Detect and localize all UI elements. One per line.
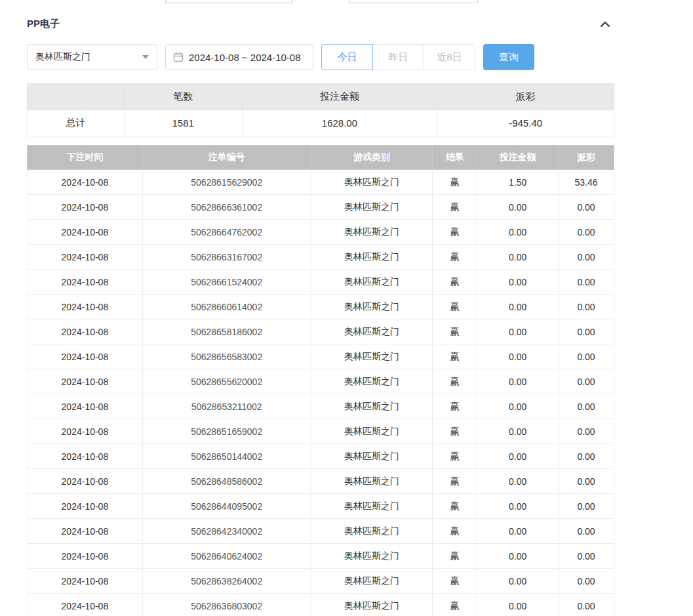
table-cell: 奥林匹斯之门 <box>311 270 433 295</box>
quick-button-yesterday[interactable]: 昨日 <box>372 44 424 70</box>
table-cell: 赢 <box>433 344 477 369</box>
table-cell: 50628653211002 <box>142 394 311 419</box>
table-cell: 奥林匹斯之门 <box>311 170 433 195</box>
table-cell: 0.00 <box>559 195 614 220</box>
table-cell: 0.00 <box>559 344 614 369</box>
table-cell: 奥林匹斯之门 <box>311 469 433 494</box>
chevron-down-icon <box>142 55 149 59</box>
table-row: 2024-10-0850628650144002奥林匹斯之门赢0.000.00 <box>28 444 614 469</box>
table-cell: 2024-10-08 <box>28 319 143 344</box>
table-cell: 0.00 <box>477 319 559 344</box>
table-cell: 奥林匹斯之门 <box>311 594 433 616</box>
table-cell: 奥林匹斯之门 <box>311 319 433 344</box>
summary-header-payout: 派彩 <box>437 84 614 110</box>
quick-button-today[interactable]: 今日 <box>321 44 373 70</box>
table-cell: 奥林匹斯之门 <box>311 295 433 319</box>
table-cell: 0.00 <box>477 444 559 469</box>
bet-table-body: 2024-10-0850628615629002奥林匹斯之门赢1.5053.46… <box>28 170 614 616</box>
section-title: PP电子 <box>27 18 60 30</box>
table-cell: 0.00 <box>477 220 559 245</box>
game-select[interactable]: 奥林匹斯之门 <box>27 44 157 70</box>
date-range-value: 2024-10-08 ~ 2024-10-08 <box>189 52 301 63</box>
table-cell: 0.00 <box>477 419 559 444</box>
table-row: 2024-10-0850628651659002奥林匹斯之门赢0.000.00 <box>28 419 614 444</box>
summary-table: 笔数 投注金额 派彩 总计 1581 1628.00 -945.40 <box>27 83 614 136</box>
table-cell: 赢 <box>433 270 477 295</box>
table-cell: 赢 <box>433 494 477 519</box>
table-cell: 奥林匹斯之门 <box>311 544 433 569</box>
date-range-picker[interactable]: 2024-10-08 ~ 2024-10-08 <box>165 44 313 70</box>
table-cell: 2024-10-08 <box>28 544 143 569</box>
summary-payout-value: -945.40 <box>437 110 614 136</box>
section-header: PP电子 <box>27 0 614 30</box>
table-cell: 2024-10-08 <box>28 220 143 245</box>
search-button[interactable]: 查询 <box>483 44 534 70</box>
table-row: 2024-10-0850628664762002奥林匹斯之门赢0.000.00 <box>28 220 614 245</box>
table-cell: 赢 <box>433 195 477 220</box>
table-row: 2024-10-0850628658186002奥林匹斯之门赢0.000.00 <box>28 319 614 344</box>
page: PP电子 奥林匹斯之门 <box>0 0 693 616</box>
header-payout: 派彩 <box>559 146 614 170</box>
table-row: 2024-10-0850628653211002奥林匹斯之门赢0.000.00 <box>28 394 614 419</box>
table-cell: 奥林匹斯之门 <box>311 419 433 444</box>
table-cell: 2024-10-08 <box>28 419 143 444</box>
table-cell: 2024-10-08 <box>28 270 143 295</box>
table-cell: 0.00 <box>477 369 559 394</box>
table-cell: 0.00 <box>477 594 559 616</box>
summary-total-row: 总计 1581 1628.00 -945.40 <box>28 110 614 136</box>
quick-date-button-group: 今日 昨日 近8日 <box>321 44 475 70</box>
table-cell: 奥林匹斯之门 <box>311 369 433 394</box>
bet-table-header-row: 下注时间 注单编号 游戏类别 结果 投注金额 派彩 <box>28 146 614 170</box>
table-cell: 0.00 <box>559 519 614 544</box>
table-cell: 50628642340002 <box>142 519 311 544</box>
table-cell: 2024-10-08 <box>28 444 143 469</box>
table-cell: 2024-10-08 <box>28 569 143 594</box>
table-cell: 0.00 <box>477 544 559 569</box>
table-cell: 2024-10-08 <box>28 369 143 394</box>
table-cell: 赢 <box>433 519 477 544</box>
table-cell: 赢 <box>433 295 477 319</box>
table-cell: 0.00 <box>477 195 559 220</box>
table-cell: 奥林匹斯之门 <box>311 245 433 270</box>
table-cell: 奥林匹斯之门 <box>311 494 433 519</box>
table-cell: 50628655620002 <box>142 369 311 394</box>
table-cell: 奥林匹斯之门 <box>311 444 433 469</box>
table-row: 2024-10-0850628661524002奥林匹斯之门赢0.000.00 <box>28 270 614 295</box>
table-cell: 赢 <box>433 220 477 245</box>
table-cell: 0.00 <box>559 369 614 394</box>
table-cell: 赢 <box>433 444 477 469</box>
table-cell: 奥林匹斯之门 <box>311 394 433 419</box>
table-cell: 2024-10-08 <box>28 469 143 494</box>
table-row: 2024-10-0850628663167002奥林匹斯之门赢0.000.00 <box>28 245 614 270</box>
summary-total-label: 总计 <box>28 110 125 136</box>
summary-count-value: 1581 <box>124 110 242 136</box>
table-cell: 2024-10-08 <box>28 344 143 369</box>
table-cell: 0.00 <box>477 344 559 369</box>
table-cell: 0.00 <box>477 245 559 270</box>
table-row: 2024-10-0850628656583002奥林匹斯之门赢0.000.00 <box>28 344 614 369</box>
table-cell: 奥林匹斯之门 <box>311 519 433 544</box>
game-select-value: 奥林匹斯之门 <box>35 51 90 63</box>
table-cell: 50628636803002 <box>142 594 311 616</box>
summary-header-row: 笔数 投注金额 派彩 <box>28 84 614 110</box>
table-cell: 2024-10-08 <box>28 170 143 195</box>
table-cell: 50628638264002 <box>142 569 311 594</box>
summary-header-count: 笔数 <box>124 84 242 110</box>
table-cell: 0.00 <box>559 469 614 494</box>
table-cell: 50628650144002 <box>142 444 311 469</box>
table-cell: 2024-10-08 <box>28 394 143 419</box>
quick-button-last-8-days[interactable]: 近8日 <box>424 44 475 70</box>
table-cell: 50628656583002 <box>142 344 311 369</box>
table-cell: 0.00 <box>559 270 614 295</box>
table-cell: 赢 <box>433 319 477 344</box>
table-cell: 2024-10-08 <box>28 295 143 319</box>
filter-bar: 奥林匹斯之门 2024-10-08 ~ 2024-10-08 今日 昨日 <box>27 44 614 70</box>
table-cell: 0.00 <box>559 245 614 270</box>
collapse-button[interactable] <box>596 20 614 29</box>
table-cell: 赢 <box>433 170 477 195</box>
header-game-type: 游戏类别 <box>311 146 433 170</box>
table-row: 2024-10-0850628666361002奥林匹斯之门赢0.000.00 <box>28 195 614 220</box>
header-bet-id: 注单编号 <box>142 146 311 170</box>
table-cell: 50628663167002 <box>142 245 311 270</box>
table-row: 2024-10-0850628640624002奥林匹斯之门赢0.000.00 <box>28 544 614 569</box>
